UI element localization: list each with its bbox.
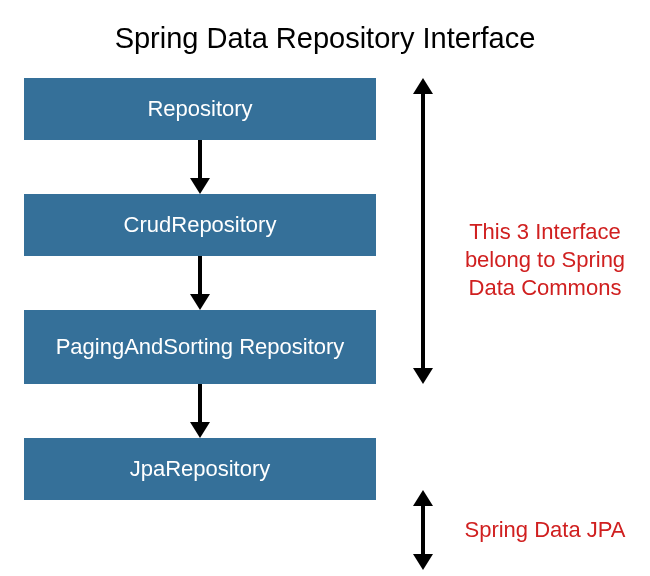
svg-marker-10 [413, 490, 433, 506]
svg-marker-1 [190, 178, 210, 194]
svg-marker-11 [413, 554, 433, 570]
double-arrow-icon [408, 78, 438, 384]
arrow-3 [24, 384, 376, 438]
box-paging-label: PagingAndSorting Repository [56, 334, 345, 360]
box-repository-label: Repository [147, 96, 252, 122]
arrow-2 [24, 256, 376, 310]
svg-marker-7 [413, 78, 433, 94]
note-commons: This 3 Interface belong to Spring Data C… [450, 218, 640, 302]
note-jpa: Spring Data JPA [450, 516, 640, 544]
bracket-jpa [408, 490, 438, 570]
diagram-title: Spring Data Repository Interface [0, 0, 650, 55]
arrow-down-icon [185, 384, 215, 438]
double-arrow-icon [408, 490, 438, 570]
svg-marker-5 [190, 422, 210, 438]
arrow-1 [24, 140, 376, 194]
box-crud-repository: CrudRepository [24, 194, 376, 256]
box-crud-label: CrudRepository [124, 212, 277, 238]
box-paging-sorting-repository: PagingAndSorting Repository [24, 310, 376, 384]
svg-marker-3 [190, 294, 210, 310]
box-jpa-repository: JpaRepository [24, 438, 376, 500]
arrow-down-icon [185, 140, 215, 194]
box-jpa-label: JpaRepository [130, 456, 271, 482]
svg-marker-8 [413, 368, 433, 384]
box-repository: Repository [24, 78, 376, 140]
arrow-down-icon [185, 256, 215, 310]
bracket-commons [408, 78, 438, 384]
